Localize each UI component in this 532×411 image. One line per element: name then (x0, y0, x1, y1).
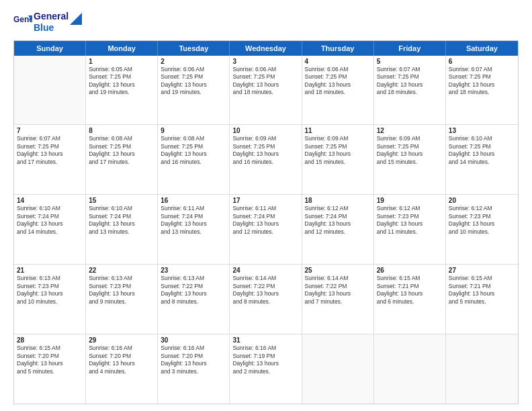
day-cell-4: 4Sunrise: 6:06 AMSunset: 7:25 PMDaylight… (302, 56, 374, 125)
cell-text: Sunset: 7:22 PM (232, 283, 298, 290)
day-number: 25 (305, 267, 371, 274)
day-cell-empty (14, 56, 86, 125)
cell-text: Sunset: 7:25 PM (377, 73, 443, 81)
cell-text: Sunset: 7:25 PM (305, 143, 371, 150)
cell-text: Sunset: 7:21 PM (377, 283, 443, 290)
logo-general: General (34, 11, 69, 22)
day-cell-22: 22Sunrise: 6:13 AMSunset: 7:23 PMDayligh… (86, 265, 158, 334)
cell-text: and 6 minutes. (377, 298, 443, 306)
day-header-monday: Monday (86, 41, 158, 56)
cell-text: Daylight: 13 hours (377, 150, 443, 158)
day-number: 21 (17, 267, 83, 274)
day-header-tuesday: Tuesday (158, 41, 230, 56)
cell-text: Sunrise: 6:10 AM (449, 135, 515, 142)
cell-text: and 8 minutes. (232, 298, 298, 306)
calendar-body: 1Sunrise: 6:05 AMSunset: 7:25 PMDaylight… (14, 56, 518, 404)
day-number: 13 (449, 127, 515, 134)
day-cell-13: 13Sunrise: 6:10 AMSunset: 7:25 PMDayligh… (446, 125, 518, 194)
cell-text: and 10 minutes. (17, 298, 83, 306)
day-number: 14 (17, 197, 83, 204)
day-cell-empty (374, 334, 446, 404)
calendar-page: General General Blue SundayMondayTuesday… (0, 0, 532, 411)
cell-text: Sunset: 7:20 PM (161, 353, 226, 360)
day-cell-20: 20Sunrise: 6:12 AMSunset: 7:23 PMDayligh… (446, 195, 518, 264)
cell-text: Daylight: 13 hours (161, 360, 226, 367)
cell-text: Sunset: 7:25 PM (161, 143, 226, 150)
day-number: 31 (232, 336, 298, 344)
day-number: 3 (232, 58, 298, 65)
cell-text: Sunset: 7:25 PM (232, 143, 298, 150)
day-number: 18 (305, 197, 371, 204)
day-header-thursday: Thursday (302, 41, 374, 56)
cell-text: and 5 minutes. (449, 298, 515, 306)
cell-text: Sunset: 7:25 PM (449, 143, 515, 150)
day-number: 7 (17, 127, 83, 134)
cell-text: Daylight: 13 hours (305, 150, 371, 158)
cell-text: Sunrise: 6:06 AM (232, 66, 298, 73)
cell-text: and 8 minutes. (161, 298, 226, 306)
day-number: 15 (89, 197, 154, 204)
day-number: 26 (377, 267, 443, 274)
cell-text: and 14 minutes. (449, 158, 515, 166)
cell-text: Sunrise: 6:13 AM (17, 275, 83, 282)
cell-text: Sunrise: 6:16 AM (232, 345, 298, 352)
calendar-row-3: 14Sunrise: 6:10 AMSunset: 7:24 PMDayligh… (14, 195, 518, 265)
cell-text: Sunset: 7:25 PM (89, 143, 154, 150)
cell-text: Sunrise: 6:13 AM (89, 275, 154, 282)
day-cell-5: 5Sunrise: 6:07 AMSunset: 7:25 PMDaylight… (374, 56, 446, 125)
cell-text: and 16 minutes. (232, 158, 298, 166)
cell-text: Sunset: 7:24 PM (305, 213, 371, 220)
cell-text: Daylight: 13 hours (161, 81, 226, 89)
day-cell-9: 9Sunrise: 6:08 AMSunset: 7:25 PMDaylight… (158, 125, 230, 194)
cell-text: Sunset: 7:20 PM (89, 353, 154, 360)
cell-text: and 18 minutes. (449, 89, 515, 96)
cell-text: Sunset: 7:24 PM (17, 213, 83, 220)
day-number: 10 (232, 127, 298, 134)
svg-marker-2 (70, 13, 82, 25)
day-number: 6 (449, 58, 515, 65)
cell-text: Daylight: 13 hours (232, 360, 298, 367)
cell-text: Sunrise: 6:13 AM (161, 275, 226, 282)
cell-text: Sunrise: 6:07 AM (377, 66, 443, 73)
cell-text: Sunset: 7:24 PM (232, 213, 298, 220)
cell-text: and 17 minutes. (17, 158, 83, 166)
cell-text: Daylight: 13 hours (377, 81, 443, 89)
day-number: 28 (17, 336, 83, 344)
cell-text: and 12 minutes. (232, 228, 298, 236)
day-cell-21: 21Sunrise: 6:13 AMSunset: 7:23 PMDayligh… (14, 265, 86, 334)
day-number: 23 (161, 267, 226, 274)
day-number: 22 (89, 267, 154, 274)
day-number: 2 (161, 58, 226, 65)
cell-text: Daylight: 13 hours (449, 150, 515, 158)
day-cell-2: 2Sunrise: 6:06 AMSunset: 7:25 PMDaylight… (158, 56, 230, 125)
cell-text: Daylight: 13 hours (89, 290, 154, 298)
day-cell-26: 26Sunrise: 6:15 AMSunset: 7:21 PMDayligh… (374, 265, 446, 334)
day-cell-12: 12Sunrise: 6:09 AMSunset: 7:25 PMDayligh… (374, 125, 446, 194)
cell-text: and 12 minutes. (305, 228, 371, 236)
day-cell-7: 7Sunrise: 6:07 AMSunset: 7:25 PMDaylight… (14, 125, 86, 194)
cell-text: Sunset: 7:23 PM (17, 283, 83, 290)
cell-text: Daylight: 13 hours (449, 290, 515, 298)
calendar-row-5: 28Sunrise: 6:15 AMSunset: 7:20 PMDayligh… (14, 334, 518, 404)
cell-text: Daylight: 13 hours (449, 220, 515, 228)
logo-blue: Blue (34, 22, 69, 34)
cell-text: Sunset: 7:25 PM (89, 73, 154, 81)
day-number: 19 (377, 197, 443, 204)
cell-text: Daylight: 13 hours (17, 290, 83, 298)
cell-text: Daylight: 13 hours (89, 220, 154, 228)
cell-text: Sunset: 7:21 PM (449, 283, 515, 290)
cell-text: Daylight: 13 hours (17, 150, 83, 158)
cell-text: Sunset: 7:23 PM (377, 213, 443, 220)
cell-text: and 18 minutes. (305, 89, 371, 96)
cell-text: Sunset: 7:25 PM (305, 73, 371, 81)
cell-text: and 19 minutes. (89, 89, 154, 96)
day-cell-14: 14Sunrise: 6:10 AMSunset: 7:24 PMDayligh… (14, 195, 86, 264)
day-number: 16 (161, 197, 226, 204)
cell-text: and 18 minutes. (377, 89, 443, 96)
cell-text: and 19 minutes. (161, 89, 226, 96)
day-cell-18: 18Sunrise: 6:12 AMSunset: 7:24 PMDayligh… (302, 195, 374, 264)
cell-text: Daylight: 13 hours (232, 290, 298, 298)
cell-text: Daylight: 13 hours (305, 220, 371, 228)
calendar-row-4: 21Sunrise: 6:13 AMSunset: 7:23 PMDayligh… (14, 265, 518, 334)
cell-text: and 16 minutes. (161, 158, 226, 166)
